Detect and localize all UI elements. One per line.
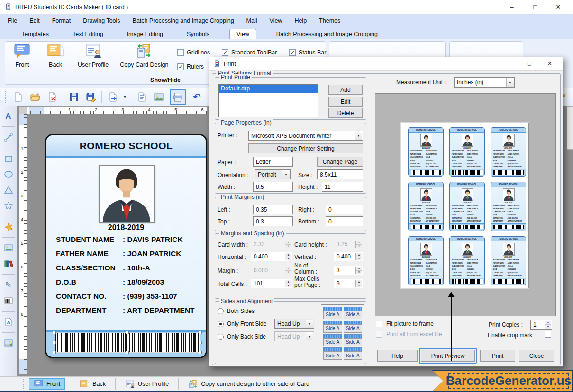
library-tool-icon[interactable] <box>3 258 14 269</box>
maximize-icon[interactable]: □ <box>525 3 545 10</box>
statusbar-back[interactable]: Back <box>75 378 110 390</box>
selection-handle[interactable] <box>53 351 56 354</box>
spinner-arrows[interactable]: ▲▼ <box>545 321 551 329</box>
help-button[interactable]: Help <box>377 350 418 362</box>
width-field[interactable]: 8.5 <box>253 182 293 192</box>
total-cells-stepper[interactable]: 101▲▼ <box>251 279 292 288</box>
no-of-column-stepper[interactable]: 3▲▼ <box>334 266 363 275</box>
card-school-name[interactable]: ROMERO SCHOOL <box>46 135 206 158</box>
bottom-margin-field[interactable]: 0 <box>326 216 363 226</box>
menu-help[interactable]: Help <box>294 18 307 24</box>
selection-handle[interactable] <box>53 331 56 334</box>
radio-only-front-side[interactable]: Only Front Side <box>218 321 266 327</box>
print-button[interactable]: Print <box>480 350 515 362</box>
ribbon-user-profile-button[interactable]: User Profile <box>78 43 109 68</box>
menu-edit[interactable]: Edit <box>29 18 40 24</box>
student-photo[interactable] <box>99 165 155 223</box>
minimize-icon[interactable]: – <box>502 3 522 10</box>
close-icon[interactable]: ✕ <box>548 3 568 10</box>
text-art-tool-icon[interactable]: A <box>3 317 14 327</box>
save-icon[interactable] <box>67 90 80 103</box>
insert-image-icon[interactable] <box>153 90 165 103</box>
spinner-arrows[interactable]: ▲▼ <box>285 280 291 287</box>
ellipse-tool-icon[interactable] <box>3 169 14 179</box>
undo-icon[interactable]: ↶ <box>191 90 203 103</box>
side-tile[interactable]: Side A <box>344 334 363 347</box>
card-field-row[interactable]: D.O.B: 18/09/2003 <box>56 275 204 289</box>
side-tile[interactable]: Side A <box>344 321 363 333</box>
spinner-arrows[interactable]: ▲▼ <box>285 253 291 260</box>
triangle-tool-icon[interactable] <box>3 185 14 195</box>
selection-handle[interactable] <box>199 331 202 334</box>
size-field[interactable]: 8.5x11 <box>317 169 363 179</box>
ribbon-back-button[interactable]: Back <box>45 43 66 68</box>
left-margin-field[interactable]: 0.35 <box>253 205 293 214</box>
spinner-arrows[interactable]: ▲▼ <box>355 280 362 287</box>
checkbox-rulers[interactable]: Rulers <box>177 63 204 70</box>
delete-document-icon[interactable]: ✕ <box>45 90 58 103</box>
selection-handle[interactable] <box>199 351 202 354</box>
statusbar-copy-current-design-to-other[interactable]: Copy current design to other side of Car… <box>183 378 314 390</box>
dialog-close-icon[interactable]: ✕ <box>541 60 558 67</box>
menu-mail[interactable]: Mail <box>246 18 257 24</box>
checkbox-status-bar[interactable]: Status Bar <box>289 49 326 56</box>
menu-drawing-tools[interactable]: Drawing Tools <box>83 18 120 24</box>
side-tile[interactable]: Side A <box>323 307 342 319</box>
print-icon[interactable] <box>170 89 186 105</box>
card-field-row[interactable]: STUDENT NAME: DAVIS PATRICK <box>56 232 204 247</box>
watermark-tool-icon[interactable] <box>3 338 14 348</box>
radio-both-sides[interactable]: Both Sides <box>218 308 255 314</box>
orientation-select[interactable]: Portrait▼ <box>255 169 291 179</box>
menu-view[interactable]: View <box>270 18 282 24</box>
add-button[interactable]: Add <box>328 85 363 95</box>
side-tile[interactable]: Side A <box>344 347 363 360</box>
side-tile[interactable]: Side A <box>323 347 342 360</box>
delete-button[interactable]: Delete <box>328 108 363 118</box>
front-alignment-select[interactable]: Head Up▼ <box>274 319 314 329</box>
tab-text-editing[interactable]: Text Editing <box>69 29 107 39</box>
star-tool-icon[interactable] <box>3 200 14 211</box>
tab-templates[interactable]: Templates <box>18 29 53 39</box>
change-page-button[interactable]: Change Page <box>317 157 363 167</box>
export-icon[interactable] <box>106 90 119 103</box>
checkbox-standard-toolbar[interactable]: Standard ToolBar <box>222 49 277 56</box>
statusbar-front[interactable]: Front <box>29 378 65 390</box>
card-field-row[interactable]: CLASS/SECTION: 10th-A <box>56 261 204 275</box>
spinner-arrows[interactable]: ▲▼ <box>355 253 362 260</box>
dialog-maximize-icon[interactable]: □ <box>521 60 538 67</box>
right-margin-field[interactable]: 0 <box>326 205 363 214</box>
spinner-arrows[interactable]: ▲▼ <box>355 267 362 274</box>
ribbon-front-button[interactable]: Front <box>11 43 33 68</box>
barcode[interactable] <box>55 333 200 353</box>
card-design-canvas[interactable]: ROMERO SCHOOL 2018-2019 STUDENT NAME: DA… <box>45 134 207 358</box>
selection-handle[interactable] <box>126 331 129 334</box>
text-tool-icon[interactable]: A <box>3 111 14 121</box>
paper-field[interactable]: Letter <box>253 157 293 167</box>
open-folder-icon[interactable] <box>28 90 41 103</box>
max-cells-stepper[interactable]: 9▲▼ <box>334 279 363 288</box>
card-field-row[interactable]: FATHER NAME: JOAN PATRICK <box>56 247 204 261</box>
selection-handle[interactable] <box>199 341 202 344</box>
print-copies-stepper[interactable]: 1▲▼ <box>530 320 552 330</box>
printer-select[interactable]: Microsoft XPS Document Writer▼ <box>248 131 363 141</box>
tab-symbols[interactable]: Symbols <box>183 29 213 39</box>
line-tool-icon[interactable] <box>3 132 14 143</box>
menu-file[interactable]: File <box>8 18 17 24</box>
card-field-row[interactable]: DEPARTMENT: ART DEPARTMENT <box>56 303 204 318</box>
statusbar-user-profile[interactable]: User Profile <box>120 378 173 390</box>
new-document-icon[interactable] <box>11 90 24 103</box>
right-scrollbar[interactable] <box>567 106 573 150</box>
freeform-tool-icon[interactable] <box>3 222 14 232</box>
checkbox-gridlines[interactable]: Gridlines <box>177 49 210 56</box>
profile-list-item[interactable]: Default.drp <box>219 85 318 93</box>
tab-image-editing[interactable]: Image Editing <box>123 29 167 39</box>
signature-tool-icon[interactable]: ✎ <box>3 280 14 290</box>
menu-format[interactable]: Format <box>52 18 71 24</box>
ribbon-copy-card-design-button[interactable]: Copy Card Design <box>120 43 168 68</box>
vertical-stepper[interactable]: 0.400▲▼ <box>334 252 363 261</box>
menu-batch-processing-and-image-cropping[interactable]: Batch Processing and Image Cropping <box>133 18 234 24</box>
notes-icon[interactable] <box>136 90 148 103</box>
horizontal-stepper[interactable]: 0.400▲▼ <box>251 252 292 261</box>
print-profile-list[interactable]: Default.drp <box>218 84 318 117</box>
close-button[interactable]: Close <box>519 350 554 362</box>
